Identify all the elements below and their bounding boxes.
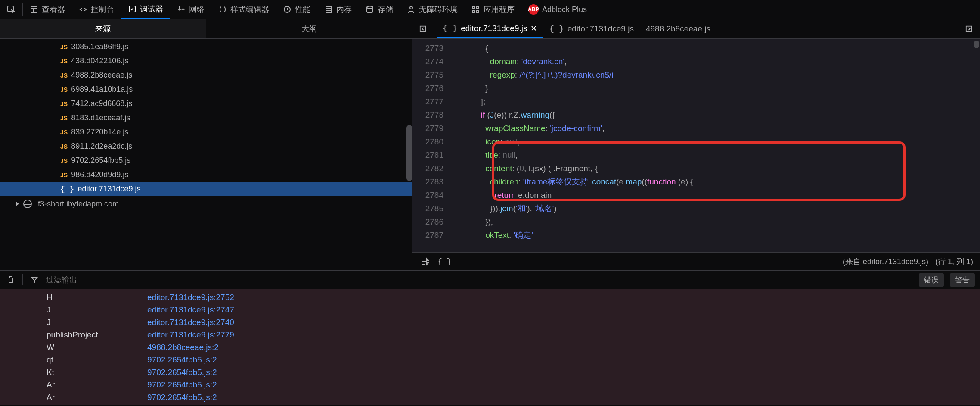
svg-rect-9 [473,10,475,12]
braces-icon: { } [549,24,564,34]
file-name: 986.d420d9d9.js [71,170,128,179]
stack-frame-location[interactable]: 4988.2b8ceeae.js:2 [147,341,219,353]
file-tree[interactable]: JS3085.1ea86ff9.jsJS438.d0422106.jsJS498… [0,39,412,270]
js-icon: JS [60,44,68,50]
js-icon: JS [60,172,68,178]
editor-tab[interactable]: 4988.2b8ceeae.js [640,19,716,38]
console-row[interactable]: Kt9702.2654fbb5.js:2 [0,366,980,378]
domain-tree-item[interactable]: lf3-short.ibytedapm.com [0,196,412,212]
close-icon[interactable]: ✕ [530,24,537,33]
tab-outline[interactable]: 大纲 [206,19,412,38]
stack-frame-location[interactable]: 9702.2654fbb5.js:2 [147,378,217,391]
file-item[interactable]: JS6989.41a10b1a.js [0,82,412,97]
stack-frame-location[interactable]: 9702.2654fbb5.js:2 [147,353,217,366]
editor-scrollbar-thumb[interactable] [974,41,979,48]
tab-icon [128,5,136,13]
console-filter-input[interactable] [46,275,913,284]
file-item[interactable]: JS9702.2654fbb5.js [0,153,412,168]
braces-icon[interactable]: { } [437,257,451,266]
toolbar-tab-7[interactable]: 存储 [359,0,400,19]
code-area[interactable]: { domain: 'devrank.cn', regexp: /^(?:[^.… [451,39,980,252]
svg-rect-11 [420,26,426,32]
console-row[interactable]: publishProjecteditor.7131dce9.js:2779 [0,328,980,341]
clear-console-button[interactable] [5,274,16,285]
abp-icon: ABP [528,4,539,15]
tab-icon [177,5,186,14]
stack-frame-name: Ar [5,378,147,391]
toolbar-tab-5[interactable]: 性能 [276,0,317,19]
stack-frame-location[interactable]: editor.7131dce9.js:2779 [147,328,234,341]
domain-label: lf3-short.ibytedapm.com [36,200,119,209]
file-item[interactable]: JS4988.2b8ceeae.js [0,68,412,82]
toolbar-tab-4[interactable]: 样式编辑器 [211,0,276,19]
file-name: 6989.41a10b1a.js [71,85,133,94]
tab-icon [30,5,38,14]
toolbar-tab-0[interactable]: 查看器 [23,0,72,19]
tab-label: 网络 [189,4,205,15]
stack-frame-name: J [5,316,147,328]
nav-back-button[interactable] [418,23,429,34]
file-item[interactable]: JS839.2720b14e.js [0,125,412,139]
js-icon: JS [60,58,68,65]
file-item[interactable]: JS8183.d1eceaaf.js [0,111,412,125]
file-item[interactable]: { }editor.7131dce9.js [0,182,412,196]
svg-rect-1 [31,6,37,12]
editor-body[interactable]: 2773277427752776277727782779278027812782… [412,39,980,252]
triangle-right-icon [16,201,19,206]
editor-tab[interactable]: { }editor.7131dce9.js [543,19,639,38]
console-row[interactable]: qt9702.2654fbb5.js:2 [0,353,980,366]
tab-label: 样式编辑器 [230,4,269,15]
stack-frame-location[interactable]: 9702.2654fbb5.js:2 [147,391,217,403]
js-icon: JS [60,115,68,122]
file-item[interactable]: JS438.d0422106.js [0,54,412,68]
toolbar-tab-10[interactable]: ABPAdblock Plus [521,0,594,19]
cursor-position: (行 1, 列 1) [935,256,973,267]
console-row[interactable]: Ar9702.2654fbb5.js:2 [0,391,980,403]
tab-icon [407,5,416,14]
filter-warnings-pill[interactable]: 警告 [950,273,975,287]
file-item[interactable]: JS986.d420d9d9.js [0,168,412,182]
stack-frame-name: qt [5,353,147,366]
pick-element-button[interactable] [0,0,22,19]
stack-frame-location[interactable]: editor.7131dce9.js:2747 [147,303,234,316]
filter-errors-pill[interactable]: 错误 [919,273,944,287]
tab-icon [79,5,87,14]
editor-scrollbar[interactable] [973,39,980,252]
toolbar-tab-9[interactable]: 应用程序 [465,0,521,19]
console-row[interactable]: Heditor.7131dce9.js:2752 [0,291,980,303]
stack-frame-location[interactable]: 9702.2654fbb5.js:2 [147,403,217,405]
devtools-toolbar: 查看器控制台调试器网络样式编辑器性能内存存储无障碍环境应用程序ABPAdbloc… [0,0,980,19]
stack-frame-name: H [5,291,147,303]
console-row[interactable]: Jeditor.7131dce9.js:2740 [0,316,980,328]
stack-frame-location[interactable]: editor.7131dce9.js:2740 [147,316,234,328]
file-item[interactable]: JS8911.2d2ea2dc.js [0,139,412,153]
stack-frame-location[interactable]: 9702.2654fbb5.js:2 [147,366,217,378]
console-output[interactable]: Heditor.7131dce9.js:2752Jeditor.7131dce9… [0,289,980,405]
source-origin: (来自 editor.7131dce9.js) [843,256,928,267]
editor-tab[interactable]: { }editor.7131dce9.js✕ [437,19,543,38]
console-row[interactable]: Jeditor.7131dce9.js:2747 [0,303,980,316]
file-item[interactable]: JS7412.ac9d6668.js [0,97,412,111]
toolbar-tab-2[interactable]: 调试器 [121,0,170,19]
file-name: 9702.2654fbb5.js [71,156,130,165]
filter-icon [29,274,40,285]
editor-footer: { } (来自 editor.7131dce9.js) (行 1, 列 1) [412,252,980,270]
toolbar-tab-1[interactable]: 控制台 [72,0,121,19]
stack-frame-location[interactable]: editor.7131dce9.js:2752 [147,291,234,303]
nav-forward-button[interactable] [964,23,975,34]
file-item[interactable]: JS3085.1ea86ff9.js [0,40,412,54]
tab-label: Adblock Plus [542,5,587,14]
toolbar-tab-8[interactable]: 无障碍环境 [400,0,465,19]
scrollbar-thumb[interactable] [406,125,412,181]
console-row[interactable]: W4988.2b8ceeae.js:2 [0,341,980,353]
toolbar-tab-6[interactable]: 内存 [317,0,359,19]
tab-sources[interactable]: 来源 [0,19,206,38]
console-row[interactable]: Ar9702.2654fbb5.js:2 [0,378,980,391]
toolbar-tab-3[interactable]: 网络 [170,0,211,19]
pretty-print-button[interactable] [419,256,431,267]
js-icon: JS [60,143,68,150]
tab-label: 内存 [336,4,352,15]
js-icon: JS [60,86,68,93]
svg-rect-8 [477,6,479,9]
console-row[interactable]: Tr9702.2654fbb5.js:2 [0,403,980,405]
